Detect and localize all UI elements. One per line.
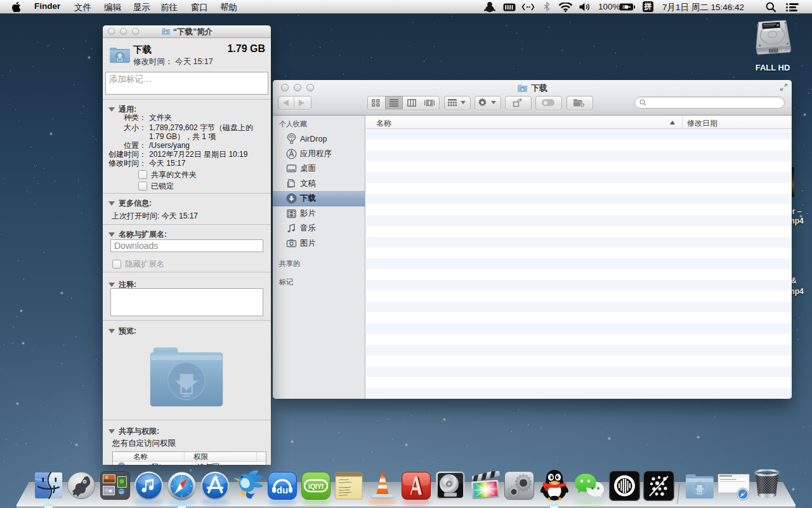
svg-text:du: du: [277, 485, 288, 495]
svg-text:iQIYI: iQIYI: [308, 483, 324, 490]
